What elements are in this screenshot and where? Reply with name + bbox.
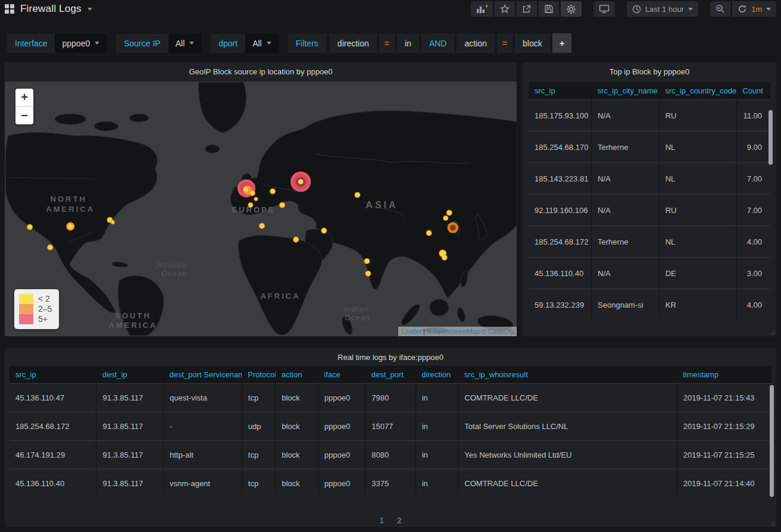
top-ip-panel: Top ip Block by pppoe0 src_ipsrc_ip_city… — [523, 62, 776, 336]
column-header[interactable]: direction — [416, 366, 458, 384]
column-header[interactable]: dest_ip — [96, 366, 164, 384]
title-caret-icon[interactable] — [88, 8, 92, 11]
panel-title[interactable]: GeoIP Block source ip location by pppoe0 — [5, 62, 517, 80]
table-cell: pppoe0 — [318, 470, 365, 495]
map-marker-dot[interactable] — [321, 228, 327, 233]
refresh-caret-icon[interactable] — [766, 8, 771, 11]
legend-label: 5+ — [38, 314, 52, 324]
map-marker-dot[interactable] — [293, 237, 299, 242]
openstreetmap-link[interactable]: © OpenStreetMap — [427, 328, 480, 335]
add-filter-button[interactable]: + — [552, 33, 572, 53]
dashboards-icon[interactable] — [5, 4, 14, 14]
time-range-label: Last 1 hour — [645, 5, 684, 14]
map-marker-dot[interactable] — [259, 223, 264, 229]
panel-resize-handle[interactable] — [770, 330, 775, 335]
column-header[interactable]: iface — [318, 366, 365, 384]
table-cell: N/A — [592, 258, 660, 289]
refresh-interval-label[interactable]: 1m — [751, 5, 762, 14]
filter-segment-key[interactable]: direction — [330, 33, 377, 53]
scrollbar-thumb[interactable] — [768, 110, 773, 165]
logs-table: src_ipdest_ipdest_port ServicenameProtoc… — [10, 366, 771, 494]
column-header[interactable]: timestamp — [677, 366, 771, 384]
star-button[interactable] — [495, 1, 515, 17]
map-marker-cluster-ru[interactable] — [290, 171, 311, 192]
column-header[interactable]: Count — [736, 82, 770, 100]
column-header[interactable]: dest_port Servicename — [164, 366, 242, 384]
panel-title[interactable]: Top ip Block by pppoe0 — [523, 62, 776, 80]
share-button[interactable] — [517, 1, 537, 17]
map-marker-donut[interactable] — [449, 224, 457, 232]
filter-segment-value[interactable]: in — [397, 33, 419, 53]
table-cell: 4.00 — [736, 226, 770, 258]
table-row: 59.13.232.239Seongnam-siKR4.00 — [529, 289, 770, 319]
map-marker-dot[interactable] — [111, 221, 114, 224]
column-header[interactable]: dest_port — [365, 366, 416, 384]
table-cell: Terherne — [592, 132, 660, 163]
chevron-down-icon — [267, 42, 271, 45]
cartodb-link[interactable]: © CartoDB — [482, 328, 513, 335]
world-map[interactable]: NORTHAMERICAEUROPEASIAAFRICASOUTHAMERICA… — [5, 82, 517, 336]
zoom-out-time-button[interactable] — [710, 1, 730, 17]
filter-segment-op[interactable]: = — [497, 33, 513, 53]
table-cell: 185.254.68.170 — [529, 132, 592, 163]
map-marker-dot[interactable] — [426, 230, 432, 236]
map-marker-dot[interactable] — [443, 216, 448, 221]
filter-segment-value[interactable]: block — [515, 33, 550, 53]
map-marker-dot[interactable] — [365, 271, 371, 276]
settings-button[interactable] — [561, 1, 582, 17]
map-marker-dot-ringed[interactable] — [67, 223, 74, 230]
column-header[interactable]: action — [276, 366, 318, 384]
panel-title[interactable]: Real time logs by iface:pppoe0 — [5, 348, 776, 366]
save-button[interactable] — [539, 1, 559, 17]
map-marker-dot[interactable] — [248, 202, 253, 207]
table-row: 46.174.191.2991.3.85.117http-alttcpblock… — [10, 441, 771, 470]
filter-segment-cond[interactable]: AND — [421, 33, 455, 53]
refresh-button[interactable]: 1m — [732, 1, 776, 17]
share-icon — [522, 4, 532, 14]
map-label: SOUTH — [115, 311, 151, 320]
map-marker-cluster-uk[interactable] — [238, 179, 255, 197]
column-header[interactable]: Protocol — [242, 366, 275, 384]
map-zoom-in-button[interactable]: + — [15, 89, 33, 107]
map-label: Ocean — [345, 313, 370, 322]
column-header[interactable]: src_ip — [529, 82, 592, 100]
map-marker-dot[interactable] — [270, 189, 276, 194]
interface-select[interactable]: pppoe0 — [55, 34, 107, 53]
map-marker-dot[interactable] — [446, 210, 452, 215]
source-ip-select[interactable]: All — [168, 34, 202, 53]
scrollbar-thumb[interactable] — [770, 385, 774, 497]
filter-segment-op[interactable]: = — [379, 33, 395, 53]
column-header[interactable]: src_ip — [10, 366, 96, 384]
template-variables-row: Interface pppoe0 Source IP All dport All… — [7, 33, 574, 53]
map-zoom-out-button[interactable]: − — [15, 107, 33, 124]
chevron-down-icon — [95, 42, 99, 45]
dport-select[interactable]: All — [245, 34, 279, 53]
column-header[interactable]: src_ip_city_name — [592, 82, 660, 100]
tv-mode-button[interactable] — [593, 1, 615, 17]
map-marker-dot[interactable] — [27, 224, 33, 230]
map-marker-dot[interactable] — [355, 192, 360, 198]
map-marker-dot[interactable] — [254, 197, 258, 201]
add-panel-button[interactable] — [471, 1, 493, 17]
map-marker-dot[interactable] — [280, 202, 285, 208]
column-header[interactable]: src_ip_whoisresult — [458, 366, 677, 384]
map-marker-dot[interactable] — [442, 255, 447, 260]
page-link-2[interactable]: 2 — [397, 516, 401, 525]
realtime-logs-panel: Real time logs by iface:pppoe0 src_ipdes… — [5, 348, 776, 527]
time-range-button[interactable]: Last 1 hour — [627, 1, 698, 17]
dashboard-title[interactable]: Firewall Logs — [20, 3, 82, 15]
table-cell: RU — [659, 195, 736, 226]
page-link-1[interactable]: 1 — [380, 516, 384, 525]
column-header[interactable]: src_ip_country_code — [659, 82, 736, 100]
table-row: 45.136.110.40N/ADE3.00 — [529, 258, 770, 289]
table-cell: 4.00 — [736, 289, 770, 319]
gear-icon — [566, 4, 576, 14]
leaflet-link[interactable]: Leaflet — [402, 328, 421, 335]
filter-segments: direction=inANDaction=block — [330, 33, 552, 53]
map-marker-dot[interactable] — [364, 258, 370, 264]
table-cell: Total Server Solutions LLC/NL — [458, 412, 677, 441]
table-cell: - — [164, 412, 242, 441]
map-marker-dot[interactable] — [48, 245, 53, 250]
filter-segment-key[interactable]: action — [457, 33, 494, 53]
table-cell: 92.119.160.106 — [529, 195, 592, 226]
